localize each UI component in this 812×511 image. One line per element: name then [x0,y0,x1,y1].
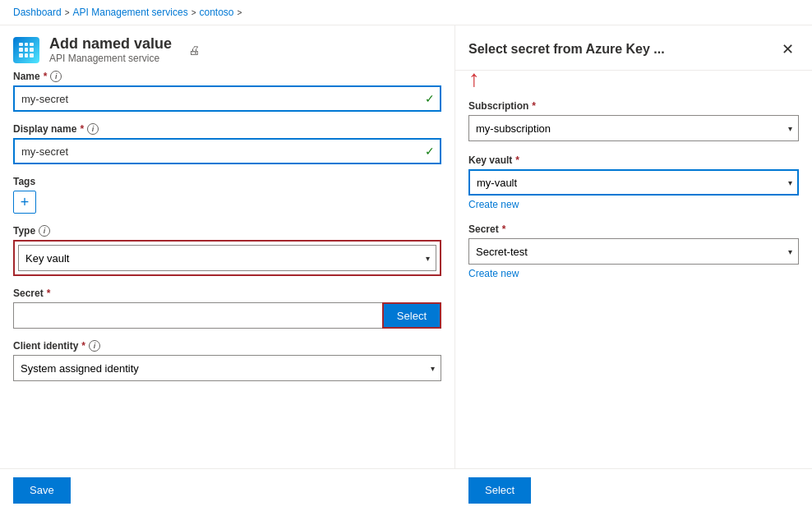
client-identity-required: * [81,340,85,352]
breadcrumb-sep-3: > [238,8,242,17]
select-bottom-button[interactable]: Select [468,477,531,504]
client-identity-select-wrapper: System assigned identity ▾ [13,355,441,381]
breadcrumb-sep-1: > [65,8,70,17]
left-bottom: Save [0,477,455,504]
name-info-icon[interactable]: i [50,71,62,82]
right-header: Select secret from Azure Key ... ✕ [455,25,812,71]
page-title: Add named value [49,35,172,53]
secret-label: Secret * [13,288,441,299]
display-name-required: * [80,123,84,135]
type-select[interactable]: Plain Secret Key vault [18,245,436,271]
client-identity-label: Client identity * i [13,340,441,352]
secret-input[interactable] [13,302,382,329]
breadcrumb-contoso[interactable]: contoso [199,7,233,18]
key-vault-select[interactable]: my-vault [468,169,799,196]
subscription-required: * [532,100,536,112]
key-vault-group: Key vault * my-vault ▾ Create new [468,154,799,210]
type-select-wrapper: Plain Secret Key vault ▾ [18,245,436,271]
breadcrumb-api-management[interactable]: API Management services [73,7,188,18]
right-secret-select-wrapper: Secret-test ▾ [468,238,799,265]
create-new-secret-link[interactable]: Create new [468,268,799,279]
display-name-group: Display name * i ✓ [13,123,441,164]
type-info-icon[interactable]: i [39,225,50,237]
bottom-bar: Save Select [0,468,812,511]
breadcrumb-sep-2: > [191,8,196,17]
name-input-wrapper: ✓ [13,85,441,112]
arrow-container: ↑ [455,71,812,87]
name-required: * [44,71,48,82]
right-secret-label: Secret * [468,223,799,235]
key-vault-label: Key vault * [468,154,799,166]
type-field-wrapper: Plain Secret Key vault ▾ [13,240,441,276]
tags-group: Tags + [13,176,441,214]
key-vault-select-wrapper: my-vault ▾ [468,169,799,196]
close-button[interactable]: ✕ [777,39,799,60]
right-bottom: Select [455,477,812,504]
right-secret-group: Secret * Secret-test ▾ Create new [468,223,799,279]
subscription-group: Subscription * my-subscription ▾ [468,100,799,141]
subscription-select[interactable]: my-subscription [468,115,799,141]
form-body: Name * i ✓ Display name * i ✓ [13,71,454,468]
client-identity-select[interactable]: System assigned identity [13,355,441,381]
subscription-label: Subscription * [468,100,799,112]
right-panel: Select secret from Azure Key ... ✕ ↑ Sub… [455,25,812,468]
name-check-icon: ✓ [425,92,435,105]
name-group: Name * i ✓ [13,71,441,112]
key-vault-required: * [515,154,519,166]
type-label: Type i [13,225,441,237]
save-button[interactable]: Save [13,477,71,504]
right-panel-title: Select secret from Azure Key ... [468,42,665,57]
secret-group: Secret * Select [13,288,441,329]
right-secret-select[interactable]: Secret-test [468,238,799,265]
right-body: Subscription * my-subscription ▾ Key vau… [455,87,812,468]
client-identity-info-icon[interactable]: i [89,340,100,352]
create-new-vault-link[interactable]: Create new [468,199,799,210]
display-name-input-wrapper: ✓ [13,138,441,164]
client-identity-group: Client identity * i System assigned iden… [13,340,441,381]
print-icon[interactable]: 🖨 [188,44,200,57]
tags-add-button[interactable]: + [13,191,36,214]
display-name-check-icon: ✓ [425,145,435,158]
right-secret-required: * [502,223,506,235]
page-header: Add named value API Management service 🖨 [13,25,454,71]
display-name-info-icon[interactable]: i [87,123,99,135]
page-icon [13,37,39,63]
breadcrumb: Dashboard > API Management services > co… [0,0,812,25]
select-secret-button[interactable]: Select [382,302,441,329]
secret-required: * [47,288,51,299]
subscription-select-wrapper: my-subscription ▾ [468,115,799,141]
secret-field-wrapper: Select [13,302,441,329]
up-arrow-icon: ↑ [468,67,480,90]
name-label: Name * i [13,71,441,82]
name-input[interactable] [13,85,441,112]
display-name-label: Display name * i [13,123,441,135]
page-subtitle: API Management service [49,53,172,64]
tags-label: Tags [13,176,441,187]
type-group: Type i Plain Secret Key vault ▾ [13,225,441,276]
page-title-block: Add named value API Management service [49,35,172,64]
display-name-input[interactable] [13,138,441,164]
left-panel: Add named value API Management service 🖨… [0,25,455,468]
breadcrumb-dashboard[interactable]: Dashboard [13,7,62,18]
